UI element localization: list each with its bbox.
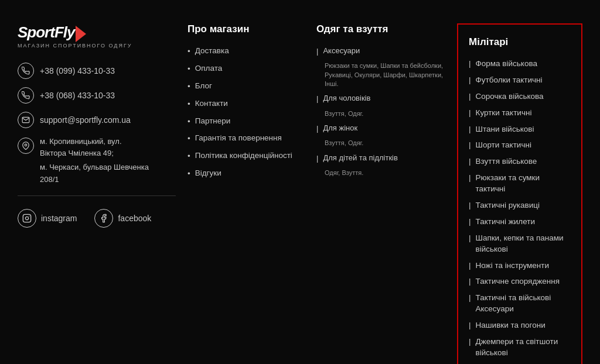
list-item: Взуття, Одяг. [316, 109, 445, 118]
list-item[interactable]: Блог [188, 81, 305, 92]
location-icon [18, 138, 34, 154]
list-item[interactable]: Відгуки [188, 168, 305, 180]
list-item[interactable]: |Штани військові [469, 124, 571, 135]
list-item[interactable]: |Шорти тактичні [469, 140, 571, 151]
military-link-9[interactable]: Тактичні жилети [476, 217, 535, 228]
phone1-number[interactable]: +38 (099) 433-10-33 [40, 66, 115, 75]
instagram-link[interactable]: instagram [18, 209, 77, 228]
about-link-7[interactable]: Відгуки [195, 168, 221, 179]
list-item[interactable]: Контакти [188, 98, 305, 110]
instagram-icon [18, 209, 36, 228]
military-link-1[interactable]: Футболки тактичні [476, 75, 543, 86]
list-item[interactable]: |Тактичне спорядження [469, 276, 571, 287]
military-link-6[interactable]: Взуття військове [476, 156, 537, 167]
list-item[interactable]: |Тактичні та військові Аксесуари [469, 293, 571, 315]
pipe-icon: | [469, 108, 471, 119]
clothing-link-4[interactable]: Для жінок [323, 123, 357, 133]
military-link-4[interactable]: Штани військові [476, 124, 534, 135]
about-link-4[interactable]: Партнери [195, 116, 231, 127]
pipe-icon: | [469, 91, 471, 102]
address2-block: м. Черкаси, бульвар Шевченка 208/1 [18, 162, 176, 184]
military-link-14[interactable]: Нашивки та погони [476, 320, 546, 331]
about-column: Про магазин Доставка Оплата Блог Контакт… [188, 23, 305, 364]
email-address[interactable]: support@sportfly.com.ua [40, 115, 131, 125]
pipe-icon: | [469, 140, 471, 151]
list-item[interactable]: |Сорочка військова [469, 91, 571, 102]
military-link-11[interactable]: Ножі та інструменти [476, 260, 550, 272]
list-item: Взуття, Одяг. [316, 139, 445, 147]
list-item[interactable]: Гарантія та повернення [188, 133, 305, 145]
logo-arrow-icon [76, 26, 86, 42]
logo: Sport Fly [18, 23, 176, 42]
svg-point-0 [25, 144, 27, 146]
address-row: м. Кропивницький, вул. Віктора Чміленка … [18, 136, 176, 159]
list-item[interactable]: |Футболки тактичні [469, 75, 571, 86]
list-item[interactable]: Партнери [188, 116, 305, 128]
list-item[interactable]: |Шапки, кепки та панами військові [469, 233, 571, 255]
phone1-row[interactable]: +38 (099) 433-10-33 [18, 63, 176, 79]
list-item[interactable]: Оплата [188, 63, 305, 75]
list-item[interactable]: |Взуття військове [469, 156, 571, 167]
military-link-8[interactable]: Тактичні рукавиці [476, 200, 540, 211]
social-row: instagram facebook [18, 209, 176, 228]
clothing-link-6[interactable]: Для дітей та підлітків [323, 153, 398, 163]
military-link-10[interactable]: Шапки, кепки та панами військові [476, 233, 571, 255]
about-link-3[interactable]: Контакти [195, 98, 228, 109]
list-item[interactable]: |Тактичні рукавиці [469, 200, 571, 211]
list-item[interactable]: |Нашивки та погони [469, 320, 571, 331]
military-link-2[interactable]: Сорочка військова [476, 91, 544, 102]
pipe-icon: | [469, 217, 471, 228]
list-item[interactable]: | Для дітей та підлітків [316, 153, 445, 164]
military-link-3[interactable]: Куртки тактичні [476, 108, 532, 119]
list-item[interactable]: |Рюкзаки та сумки тактичні [469, 173, 571, 195]
military-link-7[interactable]: Рюкзаки та сумки тактичні [476, 173, 571, 195]
about-link-2[interactable]: Блог [195, 81, 212, 92]
military-link-12[interactable]: Тактичне спорядження [476, 276, 560, 287]
list-item[interactable]: | Для жінок [316, 123, 445, 134]
pipe-icon: | [469, 293, 471, 304]
list-item[interactable]: | Аксесуари [316, 46, 445, 57]
about-link-0[interactable]: Доставка [195, 46, 229, 57]
email-row[interactable]: support@sportfly.com.ua [18, 112, 176, 128]
clothing-sub-7: Одяг, Взуття. [325, 169, 363, 177]
phone2-row[interactable]: +38 (068) 433-10-33 [18, 87, 176, 104]
clothing-sub-1: Рюкзаки та сумки, Шапки та бейсболки, Ру… [325, 61, 445, 88]
military-link-15[interactable]: Джемпери та світшоти військові [476, 336, 571, 359]
list-item[interactable]: |Форма військова [469, 59, 571, 70]
clothing-link-0[interactable]: Аксесуари [323, 46, 360, 56]
about-list: Доставка Оплата Блог Контакти Партнери Г… [188, 46, 305, 180]
pipe-icon: | [469, 260, 471, 272]
pipe-icon: | [316, 153, 318, 164]
military-link-5[interactable]: Шорти тактичні [476, 140, 531, 151]
pipe-icon: | [469, 320, 471, 331]
address-block: м. Кропивницький, вул. Віктора Чміленка … [40, 136, 122, 159]
military-list: |Форма військова |Футболки тактичні |Сор… [469, 59, 571, 359]
phone2-icon [18, 87, 34, 104]
about-link-6[interactable]: Політика конфіденційності [195, 150, 292, 162]
pipe-icon: | [469, 233, 471, 244]
list-item[interactable]: |Ножі та інструменти [469, 260, 571, 272]
military-column: Мілітарі |Форма військова |Футболки такт… [457, 23, 582, 364]
list-item[interactable]: Доставка [188, 46, 305, 57]
list-item[interactable]: | Для чоловіків [316, 93, 445, 104]
list-item[interactable]: |Тактичні жилети [469, 217, 571, 228]
logo-sport-text: Sport [18, 23, 54, 42]
clothing-title: Одяг та взуття [316, 23, 445, 35]
military-link-0[interactable]: Форма військова [476, 59, 537, 70]
logo-subtitle: МАГАЗИН СПОРТИВНОГО ОДЯГУ [18, 43, 176, 49]
clothing-link-2[interactable]: Для чоловіків [323, 93, 370, 104]
list-item[interactable]: |Джемпери та світшоти військові [469, 336, 571, 359]
phone1-icon [18, 63, 34, 79]
facebook-link[interactable]: facebook [94, 209, 151, 228]
pipe-icon: | [469, 124, 471, 135]
phone2-number[interactable]: +38 (068) 433-10-33 [40, 91, 115, 100]
pipe-icon: | [316, 123, 318, 134]
about-link-1[interactable]: Оплата [195, 63, 222, 74]
list-item[interactable]: |Куртки тактичні [469, 108, 571, 119]
clothing-column: Одяг та взуття | Аксесуари Рюкзаки та су… [316, 23, 445, 364]
military-link-13[interactable]: Тактичні та військові Аксесуари [476, 293, 571, 315]
facebook-label: facebook [118, 214, 151, 223]
contact-column: Sport Fly МАГАЗИН СПОРТИВНОГО ОДЯГУ +38 … [18, 23, 176, 364]
about-link-5[interactable]: Гарантія та повернення [195, 133, 282, 144]
list-item[interactable]: Політика конфіденційності [188, 150, 305, 162]
